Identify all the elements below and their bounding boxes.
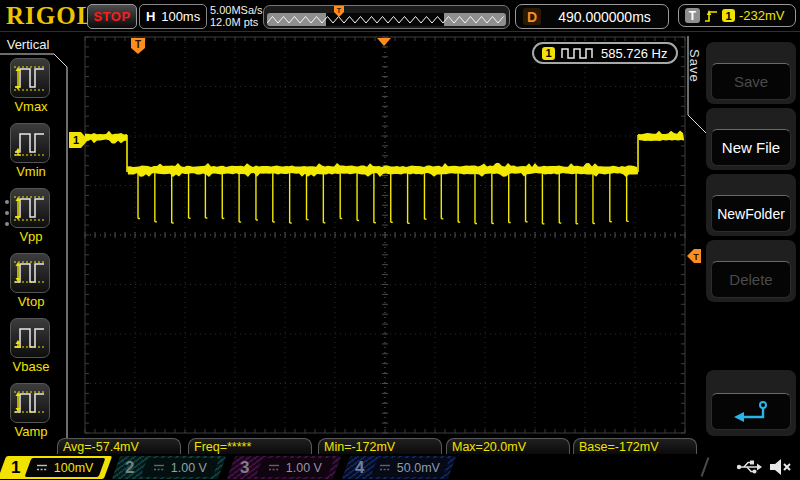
- measurement-avg[interactable]: Avg=-57.4mV: [57, 438, 181, 454]
- measurement-freq[interactable]: Freq=*****: [188, 438, 312, 454]
- channel-2-scale: 1.00 V: [171, 461, 207, 475]
- freq-counter-channel-badge: 1: [542, 47, 555, 60]
- new-folder-button[interactable]: NewFolder: [711, 195, 791, 232]
- channel-4-scale: 50.0mV: [397, 461, 440, 475]
- coupling-dc-icon: [153, 463, 165, 472]
- usb-icon: [736, 458, 762, 476]
- svg-text:T: T: [135, 39, 141, 50]
- trigger-position-marker-icon: T: [131, 38, 145, 54]
- trigger-level-marker-icon: T: [687, 249, 701, 263]
- coupling-dc-icon: [379, 463, 391, 472]
- return-arrow-icon: [729, 399, 773, 425]
- frequency-counter: 1 585.726 Hz: [532, 42, 678, 64]
- oscilloscope-screen: RIGOL STOP H 100ms 5.00MSa/s 12.0M pts T…: [0, 0, 800, 480]
- channel-4-number: 4: [355, 458, 364, 477]
- measurement-max[interactable]: Max=20.0mV: [446, 438, 570, 454]
- menu-slot-return: [706, 370, 796, 436]
- channel-1-scale: 100mV: [54, 461, 94, 475]
- menu-slot-new-file: New File: [706, 108, 796, 170]
- return-button[interactable]: [711, 393, 791, 430]
- save-button[interactable]: Save: [711, 63, 791, 100]
- channel-4-tab[interactable]: 4 50.0mV: [346, 456, 452, 479]
- channel-2-number: 2: [125, 458, 134, 477]
- coupling-dc-icon: [268, 463, 280, 472]
- channel-2-tab[interactable]: 2 1.00 V: [116, 456, 222, 479]
- svg-text:T: T: [693, 252, 699, 262]
- horizontal-center-marker-icon: [377, 38, 391, 46]
- svg-text:1: 1: [73, 134, 79, 146]
- square-wave-icon: [561, 47, 595, 59]
- channel-3-number: 3: [240, 458, 249, 477]
- channel-3-scale: 1.00 V: [286, 461, 322, 475]
- speaker-muted-icon: [768, 456, 792, 478]
- new-file-button[interactable]: New File: [711, 129, 791, 166]
- measurement-base[interactable]: Base=-172mV: [573, 438, 697, 454]
- channel-1-number: 1: [11, 458, 20, 477]
- waveform-display-area[interactable]: T1T: [0, 0, 800, 480]
- menu-slot-new-folder: NewFolder: [706, 174, 796, 236]
- channel-1-tab[interactable]: 1 100mV: [2, 456, 108, 479]
- measurement-min[interactable]: Min=-172mV: [318, 438, 442, 454]
- menu-slot-delete: Delete: [706, 240, 796, 302]
- menu-tab-save: Save: [687, 49, 702, 83]
- frequency-value: 585.726 Hz: [601, 46, 668, 61]
- menu-slot-save: Save: [706, 42, 796, 104]
- coupling-dc-icon: [36, 463, 48, 472]
- delete-button[interactable]: Delete: [711, 261, 791, 298]
- statusbar-divider: [701, 457, 710, 476]
- channel-3-tab[interactable]: 3 1.00 V: [231, 456, 337, 479]
- channel-status-bar: 1 100mV 2 1.00 V 3: [0, 455, 800, 480]
